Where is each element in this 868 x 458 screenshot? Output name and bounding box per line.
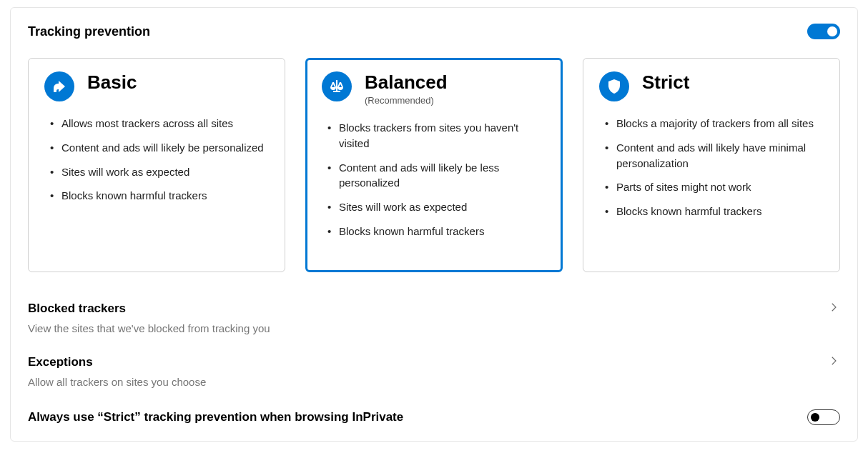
chevron-right-icon bbox=[827, 301, 840, 317]
card-bullets: Allows most trackers across all sites Co… bbox=[44, 116, 269, 204]
link-desc: View the sites that we've blocked from t… bbox=[28, 322, 840, 334]
card-bullet: Allows most trackers across all sites bbox=[44, 116, 269, 131]
link-desc: Allow all trackers on sites you choose bbox=[28, 376, 840, 388]
balance-scale-icon bbox=[322, 71, 352, 101]
card-bullets: Blocks a majority of trackers from all s… bbox=[599, 116, 824, 219]
card-head: Strict bbox=[599, 71, 824, 101]
card-head: Basic bbox=[44, 71, 269, 101]
card-bullet: Content and ads will likely be personali… bbox=[44, 140, 269, 156]
shield-icon bbox=[599, 71, 629, 101]
exceptions-link[interactable]: Exceptions bbox=[28, 347, 840, 374]
card-title-block: Basic bbox=[87, 71, 137, 94]
basic-icon bbox=[44, 71, 74, 101]
card-bullet: Sites will work as expected bbox=[44, 164, 269, 180]
card-bullet: Sites will work as expected bbox=[322, 199, 546, 215]
card-subtitle: (Recommended) bbox=[365, 95, 448, 106]
link-title: Exceptions bbox=[28, 355, 93, 369]
card-head: Balanced (Recommended) bbox=[322, 71, 546, 106]
card-strict[interactable]: Strict Blocks a majority of trackers fro… bbox=[583, 58, 840, 272]
section-header: Tracking prevention bbox=[28, 24, 840, 39]
card-balanced[interactable]: Balanced (Recommended) Blocks trackers f… bbox=[305, 58, 563, 272]
card-bullets: Blocks trackers from sites you haven't v… bbox=[322, 120, 546, 239]
section-title: Tracking prevention bbox=[28, 24, 150, 39]
card-bullet: Blocks a majority of trackers from all s… bbox=[599, 116, 824, 131]
card-basic[interactable]: Basic Allows most trackers across all si… bbox=[28, 58, 285, 272]
link-title: Blocked trackers bbox=[28, 302, 126, 316]
card-bullet: Content and ads will likely have minimal… bbox=[599, 140, 824, 171]
chevron-right-icon bbox=[827, 354, 840, 370]
setting-label: Always use “Strict” tracking prevention … bbox=[28, 410, 403, 424]
card-title: Basic bbox=[87, 71, 137, 94]
tracking-prevention-toggle[interactable] bbox=[807, 24, 840, 39]
card-title-block: Balanced (Recommended) bbox=[365, 71, 448, 106]
card-title-block: Strict bbox=[642, 71, 689, 94]
card-bullet: Blocks known harmful trackers bbox=[599, 204, 824, 219]
card-bullet: Blocks known harmful trackers bbox=[44, 188, 269, 204]
strict-inprivate-row: Always use “Strict” tracking prevention … bbox=[28, 401, 840, 428]
card-bullet: Blocks trackers from sites you haven't v… bbox=[322, 120, 546, 151]
strict-inprivate-toggle[interactable] bbox=[807, 409, 840, 425]
card-bullet: Blocks known harmful trackers bbox=[322, 224, 546, 239]
card-title: Balanced bbox=[365, 71, 448, 94]
card-bullet: Parts of sites might not work bbox=[599, 179, 824, 195]
card-bullet: Content and ads will likely be less pers… bbox=[322, 160, 546, 191]
tracking-prevention-panel: Tracking prevention Basic Allows most tr… bbox=[10, 7, 858, 442]
card-title: Strict bbox=[642, 71, 689, 94]
prevention-level-cards: Basic Allows most trackers across all si… bbox=[28, 58, 840, 272]
blocked-trackers-link[interactable]: Blocked trackers bbox=[28, 294, 840, 321]
